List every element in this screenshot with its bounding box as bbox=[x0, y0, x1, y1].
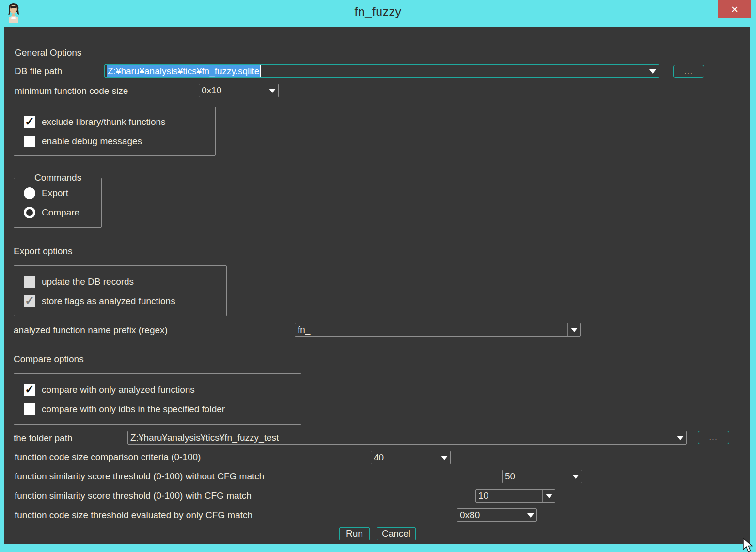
similarity-without-cfg-label: function similarity score threshold (0-1… bbox=[15, 471, 264, 482]
window-title: fn_fuzzy bbox=[0, 5, 756, 19]
db-file-path-combobox[interactable]: Z:¥haru¥analysis¥tics¥fn_fuzzy.sqlite bbox=[104, 64, 659, 78]
checkbox-label: store flags as analyzed functions bbox=[42, 295, 175, 307]
enable-debug-messages-checkbox[interactable] bbox=[24, 136, 35, 147]
checkbox-label: compare with only analyzed functions bbox=[42, 384, 195, 396]
code-size-cfg-threshold-value: 0x80 bbox=[457, 509, 524, 521]
chevron-down-icon bbox=[649, 69, 656, 74]
prefix-value: fn_ bbox=[295, 323, 567, 336]
chevron-down-icon bbox=[571, 328, 578, 332]
code-size-criteria-combobox[interactable]: 40 bbox=[371, 451, 451, 464]
commands-group: Commands Export Compare bbox=[14, 178, 102, 228]
run-button[interactable]: Run bbox=[339, 527, 370, 540]
db-file-path-browse-button[interactable]: ... bbox=[673, 65, 704, 78]
radio-label: Compare bbox=[42, 207, 79, 218]
export-options-group: update the DB records store flags as ana… bbox=[14, 265, 227, 316]
code-size-cfg-threshold-combobox[interactable]: 0x80 bbox=[457, 508, 537, 522]
min-code-size-label: minimum function code size bbox=[15, 85, 128, 97]
commands-group-heading: Commands bbox=[32, 171, 84, 184]
criteria-dropdown-arrow[interactable] bbox=[569, 470, 582, 483]
folder-path-browse-button[interactable]: ... bbox=[698, 431, 729, 444]
folder-path-combobox[interactable]: Z:¥haru¥analysis¥tics¥fn_fuzzy_test bbox=[127, 431, 687, 445]
titlebar: fn_fuzzy ✕ bbox=[0, 0, 756, 27]
chevron-down-icon bbox=[269, 89, 276, 93]
update-db-records-checkbox bbox=[24, 276, 35, 288]
chevron-down-icon bbox=[572, 475, 579, 479]
exclude-library-thunk-checkbox[interactable] bbox=[24, 116, 35, 128]
radio-label: Export bbox=[42, 187, 68, 199]
criteria-dropdown-arrow[interactable] bbox=[524, 509, 536, 521]
prefix-dropdown-arrow[interactable] bbox=[567, 323, 580, 336]
prefix-label: analyzed function name prefix (regex) bbox=[14, 324, 168, 336]
code-size-criteria-label: function code size comparison criteria (… bbox=[15, 451, 201, 463]
chevron-down-icon bbox=[441, 456, 448, 460]
general-checkbox-group: exclude library/thunk functions enable d… bbox=[14, 107, 216, 156]
chevron-down-icon bbox=[677, 436, 684, 440]
compare-options-group: compare with only analyzed functions com… bbox=[14, 373, 301, 425]
checkbox-label: compare with only idbs in the specified … bbox=[42, 403, 225, 415]
folder-path-dropdown-arrow[interactable] bbox=[674, 431, 686, 444]
similarity-with-cfg-label: function similarity score threshold (0-1… bbox=[15, 490, 252, 502]
chevron-down-icon bbox=[546, 494, 552, 498]
dialog-body: General Options DB file path Z:¥haru¥ana… bbox=[4, 27, 750, 544]
similarity-with-cfg-value: 10 bbox=[476, 490, 542, 502]
checkbox-label: exclude library/thunk functions bbox=[42, 116, 166, 128]
min-code-size-dropdown-arrow[interactable] bbox=[266, 84, 278, 97]
compare-idbs-folder-checkbox[interactable] bbox=[24, 403, 35, 415]
compare-radio[interactable] bbox=[24, 207, 35, 218]
code-size-criteria-value: 40 bbox=[371, 451, 438, 464]
criteria-dropdown-arrow[interactable] bbox=[542, 490, 555, 502]
compare-options-heading: Compare options bbox=[14, 353, 84, 365]
checkbox-label: update the DB records bbox=[42, 276, 134, 288]
similarity-without-cfg-value: 50 bbox=[503, 470, 569, 483]
checkbox-label: enable debug messages bbox=[42, 136, 142, 147]
min-code-size-value: 0x10 bbox=[199, 84, 266, 97]
code-size-cfg-threshold-label: function code size threshold evaluated b… bbox=[15, 509, 252, 521]
compare-analyzed-checkbox[interactable] bbox=[24, 384, 35, 396]
export-options-heading: Export options bbox=[14, 245, 72, 257]
folder-path-label: the folder path bbox=[14, 432, 72, 444]
folder-path-value: Z:¥haru¥analysis¥tics¥fn_fuzzy_test bbox=[128, 431, 674, 444]
db-file-path-dropdown-arrow[interactable] bbox=[646, 65, 659, 77]
close-button[interactable]: ✕ bbox=[718, 0, 751, 18]
criteria-dropdown-arrow[interactable] bbox=[438, 451, 450, 464]
general-options-heading: General Options bbox=[15, 47, 81, 59]
mouse-cursor bbox=[743, 538, 756, 552]
cancel-button[interactable]: Cancel bbox=[377, 527, 416, 540]
min-code-size-combobox[interactable]: 0x10 bbox=[199, 84, 279, 97]
db-file-path-label: DB file path bbox=[15, 65, 62, 77]
chevron-down-icon bbox=[527, 513, 534, 518]
export-radio[interactable] bbox=[24, 187, 35, 199]
similarity-with-cfg-combobox[interactable]: 10 bbox=[475, 489, 555, 503]
similarity-without-cfg-combobox[interactable]: 50 bbox=[502, 470, 582, 483]
store-flags-checkbox bbox=[24, 295, 35, 307]
db-file-path-value[interactable]: Z:¥haru¥analysis¥tics¥fn_fuzzy.sqlite bbox=[107, 65, 261, 77]
prefix-combobox[interactable]: fn_ bbox=[295, 323, 581, 337]
